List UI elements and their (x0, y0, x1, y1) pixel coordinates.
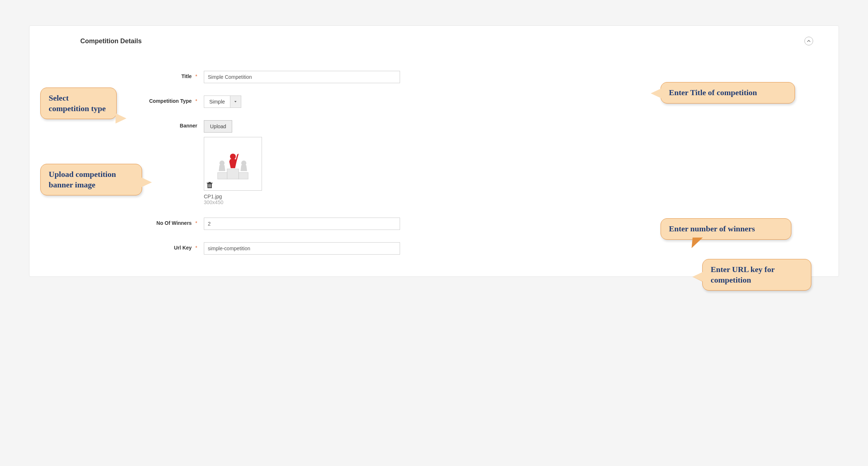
callout-tail-icon (116, 113, 126, 123)
label-banner: Banner (51, 120, 204, 129)
row-title: Title * (51, 71, 817, 83)
callout-select-type: Select competition type (40, 88, 117, 119)
chevron-up-icon (807, 39, 811, 43)
svg-rect-10 (209, 184, 210, 187)
label-winners: No Of Winners * (51, 218, 204, 226)
callout-enter-winners: Enter number of winners (661, 218, 791, 240)
callout-enter-title: Enter Title of competition (661, 82, 795, 104)
panel-title: Competition Details (80, 37, 142, 45)
competition-details-panel: Competition Details Title * Competition … (29, 25, 839, 277)
required-marker: * (195, 73, 197, 79)
callout-tail-icon (693, 272, 703, 282)
callout-tail-icon (141, 177, 152, 187)
title-input[interactable] (204, 71, 400, 83)
callout-tail-icon (651, 88, 662, 98)
svg-rect-1 (218, 173, 227, 179)
svg-rect-9 (209, 184, 209, 187)
row-banner: Banner Upload (51, 120, 817, 205)
required-marker: * (195, 98, 197, 104)
callout-enter-urlkey: Enter URL key for competition (702, 259, 811, 291)
winners-input[interactable] (204, 218, 400, 230)
select-value: Simple (204, 96, 230, 108)
required-marker: * (195, 220, 197, 226)
svg-point-3 (230, 154, 236, 159)
banner-preview-icon (211, 147, 255, 181)
row-urlkey: Url Key * (51, 242, 817, 255)
upload-button[interactable]: Upload (204, 120, 232, 133)
svg-rect-8 (209, 182, 211, 183)
competition-type-select[interactable]: Simple (204, 96, 241, 108)
banner-filename: CP1.jpg (204, 194, 817, 199)
label-title: Title * (51, 71, 204, 79)
urlkey-input[interactable] (204, 242, 400, 255)
trash-icon (206, 182, 213, 189)
collapse-toggle[interactable] (804, 37, 813, 45)
svg-rect-0 (227, 169, 239, 179)
delete-banner-button[interactable] (206, 182, 213, 189)
panel-header: Competition Details (51, 37, 817, 45)
banner-thumbnail[interactable] (204, 137, 262, 191)
svg-rect-2 (239, 173, 248, 179)
callout-upload-banner: Upload competition banner image (40, 164, 142, 195)
svg-rect-11 (210, 184, 211, 187)
banner-dimensions: 300x450 (204, 199, 817, 205)
label-urlkey: Url Key * (51, 242, 204, 251)
select-dropdown-button[interactable] (230, 96, 241, 108)
caret-down-icon (234, 100, 237, 103)
required-marker: * (195, 245, 197, 251)
svg-rect-7 (207, 183, 213, 183)
